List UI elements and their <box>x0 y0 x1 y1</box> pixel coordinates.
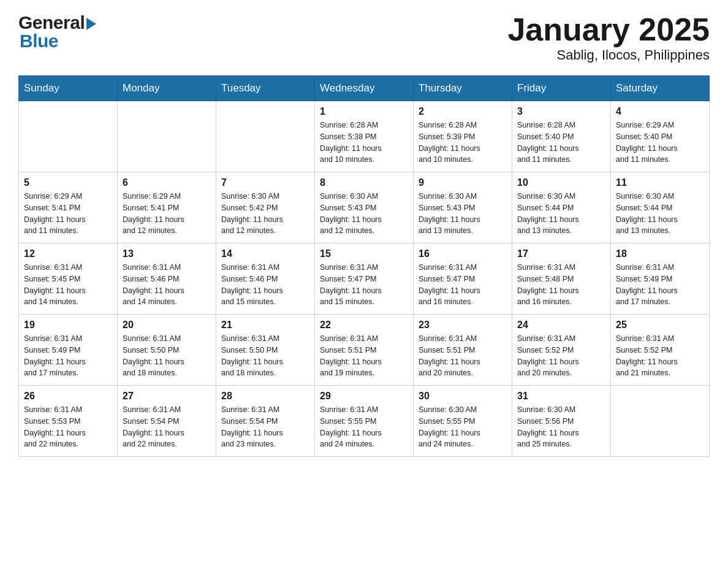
day-number: 1 <box>320 106 408 117</box>
calendar-cell: 5Sunrise: 6:29 AM Sunset: 5:41 PM Daylig… <box>19 172 118 243</box>
calendar-cell <box>19 101 118 172</box>
calendar-cell: 11Sunrise: 6:30 AM Sunset: 5:44 PM Dayli… <box>611 172 710 243</box>
calendar-cell: 4Sunrise: 6:29 AM Sunset: 5:40 PM Daylig… <box>611 101 710 172</box>
calendar-cell: 17Sunrise: 6:31 AM Sunset: 5:48 PM Dayli… <box>512 243 611 315</box>
day-info: Sunrise: 6:28 AM Sunset: 5:38 PM Dayligh… <box>320 120 408 166</box>
day-number: 10 <box>517 177 605 188</box>
day-info: Sunrise: 6:28 AM Sunset: 5:39 PM Dayligh… <box>419 120 507 166</box>
page-header: General Blue January 2025 Sablig, Ilocos… <box>18 12 710 63</box>
day-number: 15 <box>320 248 408 259</box>
calendar-cell: 31Sunrise: 6:30 AM Sunset: 5:56 PM Dayli… <box>512 386 611 457</box>
day-number: 4 <box>616 106 704 117</box>
calendar-cell: 26Sunrise: 6:31 AM Sunset: 5:53 PM Dayli… <box>19 386 118 457</box>
calendar-cell: 22Sunrise: 6:31 AM Sunset: 5:51 PM Dayli… <box>315 315 414 386</box>
day-header-sunday: Sunday <box>19 76 118 101</box>
day-number: 23 <box>419 320 507 331</box>
day-info: Sunrise: 6:31 AM Sunset: 5:46 PM Dayligh… <box>123 262 211 308</box>
day-header-tuesday: Tuesday <box>216 76 315 101</box>
calendar-header-row: SundayMondayTuesdayWednesdayThursdayFrid… <box>19 76 710 101</box>
day-number: 6 <box>123 177 211 188</box>
day-number: 18 <box>616 248 704 259</box>
day-info: Sunrise: 6:30 AM Sunset: 5:44 PM Dayligh… <box>616 191 704 237</box>
day-number: 13 <box>123 248 211 259</box>
day-info: Sunrise: 6:31 AM Sunset: 5:55 PM Dayligh… <box>320 404 408 450</box>
day-number: 21 <box>221 320 309 331</box>
day-number: 19 <box>24 320 112 331</box>
day-number: 29 <box>320 391 408 402</box>
day-info: Sunrise: 6:30 AM Sunset: 5:44 PM Dayligh… <box>517 191 605 237</box>
day-info: Sunrise: 6:31 AM Sunset: 5:46 PM Dayligh… <box>221 262 309 308</box>
day-info: Sunrise: 6:30 AM Sunset: 5:42 PM Dayligh… <box>221 191 309 237</box>
day-number: 17 <box>517 248 605 259</box>
calendar-cell <box>118 101 216 172</box>
day-number: 8 <box>320 177 408 188</box>
calendar-cell: 29Sunrise: 6:31 AM Sunset: 5:55 PM Dayli… <box>315 386 414 457</box>
calendar-cell: 1Sunrise: 6:28 AM Sunset: 5:38 PM Daylig… <box>315 101 414 172</box>
logo-blue-text: Blue <box>20 31 58 52</box>
logo-general-text: General <box>18 12 85 33</box>
calendar-cell: 3Sunrise: 6:28 AM Sunset: 5:40 PM Daylig… <box>512 101 611 172</box>
calendar-cell: 25Sunrise: 6:31 AM Sunset: 5:52 PM Dayli… <box>611 315 710 386</box>
calendar-cell: 9Sunrise: 6:30 AM Sunset: 5:43 PM Daylig… <box>414 172 512 243</box>
day-info: Sunrise: 6:29 AM Sunset: 5:41 PM Dayligh… <box>123 191 211 237</box>
logo-arrow-icon <box>86 18 96 30</box>
calendar-cell: 24Sunrise: 6:31 AM Sunset: 5:52 PM Dayli… <box>512 315 611 386</box>
day-number: 7 <box>221 177 309 188</box>
day-info: Sunrise: 6:29 AM Sunset: 5:41 PM Dayligh… <box>24 191 112 237</box>
day-info: Sunrise: 6:31 AM Sunset: 5:52 PM Dayligh… <box>616 333 704 379</box>
day-number: 22 <box>320 320 408 331</box>
day-info: Sunrise: 6:30 AM Sunset: 5:43 PM Dayligh… <box>320 191 408 237</box>
day-info: Sunrise: 6:31 AM Sunset: 5:51 PM Dayligh… <box>320 333 408 379</box>
day-info: Sunrise: 6:30 AM Sunset: 5:56 PM Dayligh… <box>517 404 605 450</box>
day-info: Sunrise: 6:31 AM Sunset: 5:47 PM Dayligh… <box>320 262 408 308</box>
calendar-cell: 8Sunrise: 6:30 AM Sunset: 5:43 PM Daylig… <box>315 172 414 243</box>
day-number: 24 <box>517 320 605 331</box>
day-info: Sunrise: 6:31 AM Sunset: 5:49 PM Dayligh… <box>616 262 704 308</box>
calendar-cell: 19Sunrise: 6:31 AM Sunset: 5:49 PM Dayli… <box>19 315 118 386</box>
day-info: Sunrise: 6:31 AM Sunset: 5:54 PM Dayligh… <box>221 404 309 450</box>
calendar-week-1: 1Sunrise: 6:28 AM Sunset: 5:38 PM Daylig… <box>19 101 710 172</box>
calendar-cell: 16Sunrise: 6:31 AM Sunset: 5:47 PM Dayli… <box>414 243 512 315</box>
calendar-week-2: 5Sunrise: 6:29 AM Sunset: 5:41 PM Daylig… <box>19 172 710 243</box>
calendar-cell: 27Sunrise: 6:31 AM Sunset: 5:54 PM Dayli… <box>118 386 216 457</box>
calendar-week-5: 26Sunrise: 6:31 AM Sunset: 5:53 PM Dayli… <box>19 386 710 457</box>
calendar-cell: 10Sunrise: 6:30 AM Sunset: 5:44 PM Dayli… <box>512 172 611 243</box>
day-number: 30 <box>419 391 507 402</box>
day-info: Sunrise: 6:31 AM Sunset: 5:50 PM Dayligh… <box>123 333 211 379</box>
day-info: Sunrise: 6:31 AM Sunset: 5:54 PM Dayligh… <box>123 404 211 450</box>
day-number: 31 <box>517 391 605 402</box>
calendar-cell: 30Sunrise: 6:30 AM Sunset: 5:55 PM Dayli… <box>414 386 512 457</box>
calendar-cell: 6Sunrise: 6:29 AM Sunset: 5:41 PM Daylig… <box>118 172 216 243</box>
calendar-week-3: 12Sunrise: 6:31 AM Sunset: 5:45 PM Dayli… <box>19 243 710 315</box>
day-number: 9 <box>419 177 507 188</box>
title-block: January 2025 Sablig, Ilocos, Philippines <box>507 12 710 63</box>
calendar-title: January 2025 <box>507 12 710 47</box>
day-header-monday: Monday <box>118 76 216 101</box>
day-info: Sunrise: 6:30 AM Sunset: 5:55 PM Dayligh… <box>419 404 507 450</box>
calendar-cell: 13Sunrise: 6:31 AM Sunset: 5:46 PM Dayli… <box>118 243 216 315</box>
calendar-cell: 2Sunrise: 6:28 AM Sunset: 5:39 PM Daylig… <box>414 101 512 172</box>
day-info: Sunrise: 6:31 AM Sunset: 5:49 PM Dayligh… <box>24 333 112 379</box>
day-info: Sunrise: 6:31 AM Sunset: 5:47 PM Dayligh… <box>419 262 507 308</box>
calendar-cell <box>611 386 710 457</box>
calendar-cell: 23Sunrise: 6:31 AM Sunset: 5:51 PM Dayli… <box>414 315 512 386</box>
day-number: 16 <box>419 248 507 259</box>
calendar-cell: 28Sunrise: 6:31 AM Sunset: 5:54 PM Dayli… <box>216 386 315 457</box>
day-number: 25 <box>616 320 704 331</box>
calendar-cell: 18Sunrise: 6:31 AM Sunset: 5:49 PM Dayli… <box>611 243 710 315</box>
day-info: Sunrise: 6:31 AM Sunset: 5:45 PM Dayligh… <box>24 262 112 308</box>
day-info: Sunrise: 6:31 AM Sunset: 5:50 PM Dayligh… <box>221 333 309 379</box>
day-info: Sunrise: 6:31 AM Sunset: 5:52 PM Dayligh… <box>517 333 605 379</box>
day-header-saturday: Saturday <box>611 76 710 101</box>
day-number: 28 <box>221 391 309 402</box>
calendar-table: SundayMondayTuesdayWednesdayThursdayFrid… <box>18 75 710 457</box>
calendar-subtitle: Sablig, Ilocos, Philippines <box>507 47 710 63</box>
day-number: 3 <box>517 106 605 117</box>
day-info: Sunrise: 6:31 AM Sunset: 5:51 PM Dayligh… <box>419 333 507 379</box>
day-number: 26 <box>24 391 112 402</box>
calendar-cell: 20Sunrise: 6:31 AM Sunset: 5:50 PM Dayli… <box>118 315 216 386</box>
calendar-cell: 21Sunrise: 6:31 AM Sunset: 5:50 PM Dayli… <box>216 315 315 386</box>
day-info: Sunrise: 6:30 AM Sunset: 5:43 PM Dayligh… <box>419 191 507 237</box>
day-number: 5 <box>24 177 112 188</box>
day-number: 20 <box>123 320 211 331</box>
